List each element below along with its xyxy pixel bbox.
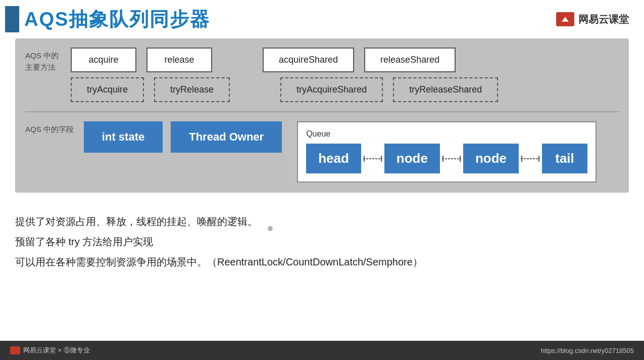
queue-label: Queue [306, 129, 587, 139]
method-acquire: acquire [71, 48, 136, 72]
queue-nodes: head node [306, 144, 587, 173]
footer: 网易云课堂 × ⑤微专业 https://blog.csdn.net/y0271… [0, 341, 644, 360]
field-thread-owner: Thread Owner [171, 121, 282, 153]
fields-section: AQS 中的字段 int state Thread Owner Queue he… [25, 121, 619, 183]
header-accent-bar [5, 6, 19, 32]
connector-3 [519, 155, 542, 163]
queue-container: Queue head node [297, 121, 597, 183]
queue-node-2: node [463, 144, 519, 173]
footer-right-text: https://blog.csdn.net/y02718505 [541, 347, 634, 354]
connector-1 [361, 155, 384, 163]
logo-icon [556, 12, 574, 26]
desc-line-3: 可以用在各种需要控制资源争用的场景中。（ReentrantLock/CountD… [15, 253, 629, 271]
fields-boxes: int state Thread Owner [84, 121, 282, 153]
desc-line-2: 预留了各种 try 方法给用户实现 [15, 233, 629, 250]
logo-text: 网易云课堂 [578, 13, 629, 26]
method-tryReleaseShared: tryReleaseShared [393, 77, 498, 102]
footer-logo-icon [10, 346, 20, 354]
connector-2 [440, 155, 463, 163]
method-acquireShared: acquireShared [263, 48, 354, 72]
method-releaseShared: releaseShared [364, 48, 456, 72]
method-release: release [146, 48, 212, 72]
main-content: AQS 中的 主要方法 acquire release acquireShare… [0, 38, 644, 271]
footer-left-text: 网易云课堂 × ⑤微专业 [23, 346, 90, 355]
header-logo: 网易云课堂 [556, 12, 629, 26]
methods-grid: acquire release acquireShared releaseSha… [71, 48, 619, 102]
desc-line-1: 提供了对资源占用、释放，线程的挂起、唤醒的逻辑。 [15, 213, 629, 230]
queue-node-1: node [384, 144, 440, 173]
field-int-state: int state [84, 121, 163, 153]
method-tryRelease: tryRelease [154, 77, 230, 102]
queue-node-head: head [306, 144, 361, 173]
footer-left: 网易云课堂 × ⑤微专业 [10, 346, 90, 355]
method-tryAcquire: tryAcquire [71, 77, 144, 102]
page-title: AQS抽象队列同步器 [24, 7, 210, 32]
solid-methods-row: acquire release acquireShared releaseSha… [71, 48, 619, 72]
fields-label: AQS 中的字段 [25, 121, 84, 136]
dashed-methods-row: tryAcquire tryRelease tryAcquireShared t… [71, 77, 619, 102]
queue-section: Queue head node [297, 121, 619, 183]
header-left: AQS抽象队列同步器 [5, 6, 210, 32]
description: 提供了对资源占用、释放，线程的挂起、唤醒的逻辑。 预留了各种 try 方法给用户… [15, 203, 629, 271]
header: AQS抽象队列同步器 网易云课堂 [0, 0, 644, 38]
methods-section: AQS 中的 主要方法 acquire release acquireShare… [25, 48, 619, 112]
aqs-block: AQS 中的 主要方法 acquire release acquireShare… [15, 38, 629, 193]
method-tryAcquireShared: tryAcquireShared [280, 77, 383, 102]
queue-node-tail: tail [542, 144, 587, 173]
methods-label: AQS 中的 主要方法 [25, 48, 71, 102]
